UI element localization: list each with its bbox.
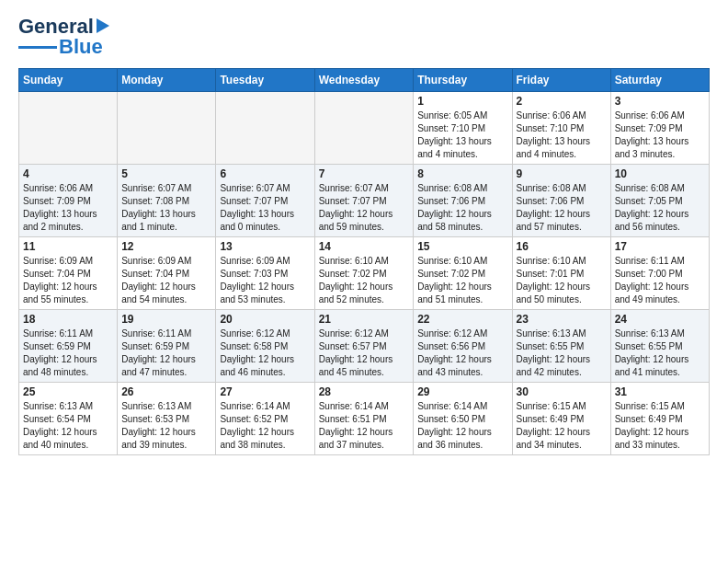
- calendar-week-3: 11Sunrise: 6:09 AM Sunset: 7:04 PM Dayli…: [19, 237, 710, 310]
- day-number: 9: [517, 167, 607, 180]
- calendar-day-empty-3: [314, 92, 414, 165]
- day-info: Sunrise: 6:08 AM Sunset: 7:06 PM Dayligh…: [417, 182, 507, 234]
- logo: General Blue: [18, 15, 111, 59]
- day-number: 25: [23, 385, 113, 398]
- day-number: 4: [23, 167, 113, 180]
- calendar-day-27: 27Sunrise: 6:14 AM Sunset: 6:52 PM Dayli…: [216, 383, 314, 455]
- day-info: Sunrise: 6:10 AM Sunset: 7:01 PM Dayligh…: [517, 255, 607, 306]
- day-number: 10: [615, 167, 705, 180]
- calendar-day-2: 2Sunrise: 6:06 AM Sunset: 7:10 PM Daylig…: [512, 92, 610, 165]
- calendar-day-31: 31Sunrise: 6:15 AM Sunset: 6:49 PM Dayli…: [610, 383, 709, 455]
- calendar-day-24: 24Sunrise: 6:13 AM Sunset: 6:55 PM Dayli…: [610, 310, 709, 383]
- calendar-day-4: 4Sunrise: 6:06 AM Sunset: 7:09 PM Daylig…: [19, 165, 118, 237]
- day-number: 28: [319, 385, 410, 398]
- day-number: 2: [517, 95, 607, 108]
- calendar-day-10: 10Sunrise: 6:08 AM Sunset: 7:05 PM Dayli…: [610, 165, 709, 237]
- day-number: 12: [121, 240, 211, 253]
- day-info: Sunrise: 6:11 AM Sunset: 7:00 PM Dayligh…: [615, 255, 705, 306]
- calendar-day-8: 8Sunrise: 6:08 AM Sunset: 7:06 PM Daylig…: [414, 165, 512, 237]
- day-number: 19: [121, 313, 211, 326]
- col-header-friday: Friday: [512, 69, 610, 92]
- day-number: 29: [417, 385, 507, 398]
- calendar-header-row: SundayMondayTuesdayWednesdayThursdayFrid…: [19, 69, 710, 92]
- logo-blue: Blue: [59, 35, 103, 59]
- day-number: 13: [220, 240, 310, 253]
- calendar-week-1: 1Sunrise: 6:05 AM Sunset: 7:10 PM Daylig…: [19, 92, 710, 165]
- day-number: 26: [121, 385, 211, 398]
- day-info: Sunrise: 6:08 AM Sunset: 7:06 PM Dayligh…: [517, 182, 607, 234]
- day-number: 5: [121, 167, 211, 180]
- day-number: 20: [220, 313, 310, 326]
- col-header-monday: Monday: [118, 69, 216, 92]
- day-info: Sunrise: 6:09 AM Sunset: 7:03 PM Dayligh…: [220, 255, 310, 306]
- calendar-day-14: 14Sunrise: 6:10 AM Sunset: 7:02 PM Dayli…: [314, 237, 414, 310]
- day-number: 8: [417, 167, 507, 180]
- day-info: Sunrise: 6:13 AM Sunset: 6:54 PM Dayligh…: [23, 400, 113, 452]
- day-info: Sunrise: 6:12 AM Sunset: 6:58 PM Dayligh…: [220, 327, 310, 379]
- calendar-day-empty-2: [216, 92, 314, 165]
- col-header-thursday: Thursday: [414, 69, 512, 92]
- day-info: Sunrise: 6:07 AM Sunset: 7:07 PM Dayligh…: [220, 182, 310, 234]
- day-info: Sunrise: 6:13 AM Sunset: 6:55 PM Dayligh…: [517, 327, 607, 379]
- calendar-table: SundayMondayTuesdayWednesdayThursdayFrid…: [18, 68, 710, 455]
- calendar-day-13: 13Sunrise: 6:09 AM Sunset: 7:03 PM Dayli…: [216, 237, 314, 310]
- calendar-week-5: 25Sunrise: 6:13 AM Sunset: 6:54 PM Dayli…: [19, 383, 710, 455]
- day-info: Sunrise: 6:12 AM Sunset: 6:56 PM Dayligh…: [417, 327, 507, 379]
- day-info: Sunrise: 6:15 AM Sunset: 6:49 PM Dayligh…: [615, 400, 705, 452]
- day-info: Sunrise: 6:13 AM Sunset: 6:53 PM Dayligh…: [121, 400, 211, 452]
- day-number: 14: [319, 240, 410, 253]
- day-number: 1: [417, 95, 507, 108]
- day-info: Sunrise: 6:14 AM Sunset: 6:51 PM Dayligh…: [319, 400, 410, 452]
- col-header-sunday: Sunday: [19, 69, 118, 92]
- day-number: 18: [23, 313, 113, 326]
- day-info: Sunrise: 6:07 AM Sunset: 7:08 PM Dayligh…: [121, 182, 211, 234]
- calendar-day-20: 20Sunrise: 6:12 AM Sunset: 6:58 PM Dayli…: [216, 310, 314, 383]
- day-info: Sunrise: 6:11 AM Sunset: 6:59 PM Dayligh…: [121, 327, 211, 379]
- day-info: Sunrise: 6:14 AM Sunset: 6:52 PM Dayligh…: [220, 400, 310, 452]
- calendar-day-12: 12Sunrise: 6:09 AM Sunset: 7:04 PM Dayli…: [118, 237, 216, 310]
- page-header: General Blue: [18, 15, 710, 59]
- day-info: Sunrise: 6:14 AM Sunset: 6:50 PM Dayligh…: [417, 400, 507, 452]
- calendar-day-1: 1Sunrise: 6:05 AM Sunset: 7:10 PM Daylig…: [414, 92, 512, 165]
- calendar-day-11: 11Sunrise: 6:09 AM Sunset: 7:04 PM Dayli…: [19, 237, 118, 310]
- day-info: Sunrise: 6:05 AM Sunset: 7:10 PM Dayligh…: [417, 109, 507, 161]
- day-info: Sunrise: 6:07 AM Sunset: 7:07 PM Dayligh…: [319, 182, 410, 234]
- calendar-day-19: 19Sunrise: 6:11 AM Sunset: 6:59 PM Dayli…: [118, 310, 216, 383]
- day-number: 15: [417, 240, 507, 253]
- day-number: 22: [417, 313, 507, 326]
- day-number: 16: [517, 240, 607, 253]
- calendar-day-3: 3Sunrise: 6:06 AM Sunset: 7:09 PM Daylig…: [610, 92, 709, 165]
- day-info: Sunrise: 6:13 AM Sunset: 6:55 PM Dayligh…: [615, 327, 705, 379]
- day-number: 3: [615, 95, 705, 108]
- day-info: Sunrise: 6:06 AM Sunset: 7:09 PM Dayligh…: [23, 182, 113, 234]
- calendar-day-21: 21Sunrise: 6:12 AM Sunset: 6:57 PM Dayli…: [314, 310, 414, 383]
- col-header-tuesday: Tuesday: [216, 69, 314, 92]
- logo-underline: [18, 46, 57, 49]
- day-number: 7: [319, 167, 410, 180]
- col-header-saturday: Saturday: [610, 69, 709, 92]
- calendar-day-16: 16Sunrise: 6:10 AM Sunset: 7:01 PM Dayli…: [512, 237, 610, 310]
- day-info: Sunrise: 6:09 AM Sunset: 7:04 PM Dayligh…: [23, 255, 113, 306]
- calendar-day-empty-1: [118, 92, 216, 165]
- calendar-day-15: 15Sunrise: 6:10 AM Sunset: 7:02 PM Dayli…: [414, 237, 512, 310]
- day-info: Sunrise: 6:15 AM Sunset: 6:49 PM Dayligh…: [517, 400, 607, 452]
- day-number: 30: [517, 385, 607, 398]
- calendar-day-30: 30Sunrise: 6:15 AM Sunset: 6:49 PM Dayli…: [512, 383, 610, 455]
- day-info: Sunrise: 6:12 AM Sunset: 6:57 PM Dayligh…: [319, 327, 410, 379]
- calendar-week-4: 18Sunrise: 6:11 AM Sunset: 6:59 PM Dayli…: [19, 310, 710, 383]
- day-info: Sunrise: 6:10 AM Sunset: 7:02 PM Dayligh…: [319, 255, 410, 306]
- calendar-day-17: 17Sunrise: 6:11 AM Sunset: 7:00 PM Dayli…: [610, 237, 709, 310]
- calendar-day-empty-0: [19, 92, 118, 165]
- day-info: Sunrise: 6:06 AM Sunset: 7:09 PM Dayligh…: [615, 109, 705, 161]
- day-info: Sunrise: 6:11 AM Sunset: 6:59 PM Dayligh…: [23, 327, 113, 379]
- day-info: Sunrise: 6:08 AM Sunset: 7:05 PM Dayligh…: [615, 182, 705, 234]
- day-info: Sunrise: 6:09 AM Sunset: 7:04 PM Dayligh…: [121, 255, 211, 306]
- day-number: 17: [615, 240, 705, 253]
- calendar-day-5: 5Sunrise: 6:07 AM Sunset: 7:08 PM Daylig…: [118, 165, 216, 237]
- col-header-wednesday: Wednesday: [314, 69, 414, 92]
- calendar-day-7: 7Sunrise: 6:07 AM Sunset: 7:07 PM Daylig…: [314, 165, 414, 237]
- calendar-day-23: 23Sunrise: 6:13 AM Sunset: 6:55 PM Dayli…: [512, 310, 610, 383]
- calendar-day-25: 25Sunrise: 6:13 AM Sunset: 6:54 PM Dayli…: [19, 383, 118, 455]
- day-number: 24: [615, 313, 705, 326]
- logo-arrow-icon: [95, 17, 111, 35]
